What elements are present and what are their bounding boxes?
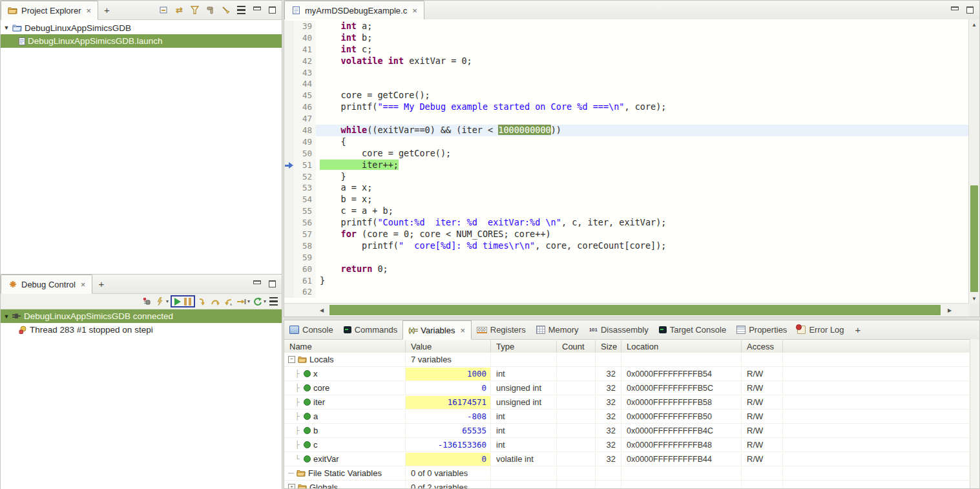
disconnect-icon[interactable] bbox=[141, 297, 152, 307]
maximize-icon[interactable] bbox=[267, 279, 278, 289]
step-mode-dropdown-icon[interactable]: ▾ bbox=[247, 298, 250, 304]
tree-item-connection[interactable]: ▼ DebugLinuxAppSimicsGDB connected bbox=[1, 309, 282, 323]
link-with-editor-icon[interactable]: ⇄ bbox=[174, 5, 185, 16]
refresh-dropdown-icon[interactable]: ▾ bbox=[264, 298, 266, 304]
code-line[interactable]: 52 } bbox=[284, 171, 969, 183]
column-header-name[interactable]: Name bbox=[284, 340, 406, 353]
variables-scrollbar-track[interactable] bbox=[970, 339, 979, 488]
variable-row-globals[interactable]: +Globals0 of 2 variables bbox=[284, 481, 970, 488]
close-icon[interactable]: × bbox=[412, 6, 418, 16]
tree-item-thread[interactable]: Thread 283 #1 stopped on stepi bbox=[1, 323, 282, 336]
code-line[interactable]: 62 bbox=[284, 286, 969, 298]
code-line[interactable]: 58 printf(" core[%d]: %d times\r\n", cor… bbox=[284, 240, 969, 252]
column-header-location[interactable]: Location bbox=[621, 340, 742, 353]
tree-item-launch-selected[interactable]: DebugLinuxAppSimicsGDB.launch bbox=[1, 34, 282, 48]
continue-button[interactable] bbox=[174, 298, 181, 306]
step-into-icon[interactable] bbox=[197, 297, 208, 307]
flash-device-icon[interactable] bbox=[154, 297, 165, 307]
code-line[interactable]: 54 b = x; bbox=[284, 194, 969, 205]
close-icon[interactable]: × bbox=[80, 280, 87, 289]
collapse-arrow-icon[interactable]: ▼ bbox=[3, 313, 10, 320]
code-line[interactable]: 59 bbox=[284, 252, 969, 264]
clean-broom-icon[interactable] bbox=[220, 5, 231, 16]
tab-properties[interactable]: Properties bbox=[731, 320, 792, 339]
code-area[interactable]: 39 int a;40 int b;41 int c;42 volatile i… bbox=[284, 19, 969, 304]
build-hammer-icon[interactable] bbox=[205, 5, 216, 16]
view-menu-icon[interactable] bbox=[268, 297, 279, 307]
new-view-button[interactable]: + bbox=[92, 275, 110, 293]
code-line[interactable]: 42 volatile int exitVar = 0; bbox=[284, 56, 969, 67]
code-line[interactable]: 39 int a; bbox=[284, 21, 969, 32]
maximize-icon[interactable] bbox=[964, 5, 975, 16]
scroll-left-icon[interactable]: ◀ bbox=[317, 304, 327, 317]
tab-console[interactable]: Console bbox=[284, 320, 339, 339]
refresh-icon[interactable] bbox=[252, 297, 263, 307]
variable-row-locals[interactable]: −Locals7 variables bbox=[284, 353, 970, 367]
collapse-all-icon[interactable] bbox=[158, 5, 169, 16]
editor-vertical-scrollbar[interactable]: ▲ ▼ bbox=[968, 19, 979, 304]
collapse-icon[interactable]: − bbox=[288, 356, 295, 363]
tab-registers[interactable]: 010Registers bbox=[472, 320, 531, 339]
variable-row-exitvar[interactable]: └exitVar0volatile int320x0000FFFFFFFFFB4… bbox=[284, 452, 970, 466]
code-line[interactable]: 61} bbox=[284, 275, 969, 287]
scrollbar-thumb[interactable] bbox=[329, 305, 941, 315]
view-menu-icon[interactable] bbox=[236, 5, 247, 16]
variable-row-iter[interactable]: ├iter16174571unsigned int320x0000FFFFFFF… bbox=[284, 395, 970, 410]
code-line[interactable]: 60 return 0; bbox=[284, 264, 969, 275]
tab-error-log[interactable]: Error Log bbox=[792, 320, 849, 339]
variable-row-a[interactable]: ├a-808int320x0000FFFFFFFFFB50R/W bbox=[284, 410, 970, 424]
column-header-value[interactable]: Value bbox=[406, 340, 491, 353]
minimize-icon[interactable] bbox=[949, 5, 960, 16]
new-view-button[interactable]: + bbox=[850, 320, 867, 339]
flash-dropdown-icon[interactable]: ▾ bbox=[166, 298, 169, 304]
code-line[interactable]: 48 while((exitVar==0) && (iter < 1000000… bbox=[284, 125, 969, 136]
code-line[interactable]: 56 printf("Count:%d iter: %d exitVar:%d … bbox=[284, 217, 969, 229]
tab-project-explorer[interactable]: Project Explorer × bbox=[1, 1, 98, 20]
interrupt-button[interactable] bbox=[184, 298, 191, 306]
tab-disassembly[interactable]: 101Disassembly bbox=[584, 320, 654, 339]
column-header-type[interactable]: Type bbox=[491, 340, 557, 353]
step-return-icon[interactable]: s bbox=[223, 297, 234, 307]
scrollbar-thumb[interactable] bbox=[970, 185, 978, 292]
collapse-arrow-icon[interactable]: ▼ bbox=[3, 25, 10, 31]
tab-target-console[interactable]: Target Console bbox=[654, 320, 731, 339]
code-line[interactable]: 43 bbox=[284, 67, 969, 79]
close-icon[interactable]: × bbox=[85, 6, 92, 16]
code-line[interactable]: 49 { bbox=[284, 136, 969, 148]
tab-editor-file[interactable]: myArmDSDebugExample.c × bbox=[284, 1, 424, 20]
maximize-icon[interactable] bbox=[267, 5, 278, 16]
tab-memory[interactable]: Memory bbox=[531, 320, 584, 339]
expand-icon[interactable]: + bbox=[288, 484, 295, 488]
code-line[interactable]: 47 bbox=[284, 113, 969, 125]
minimize-icon[interactable] bbox=[251, 5, 262, 16]
tab-variables[interactable]: (x)=Variables× bbox=[402, 320, 472, 340]
code-line[interactable]: 55 c = a + b; bbox=[284, 205, 969, 217]
tree-item-project[interactable]: ▼ DebugLinuxAppSimicsGDB bbox=[1, 20, 282, 34]
tab-commands[interactable]: Commands bbox=[339, 320, 402, 339]
minimize-icon[interactable] bbox=[251, 279, 262, 289]
filter-icon[interactable] bbox=[189, 5, 200, 16]
column-header-access[interactable]: Access bbox=[742, 340, 783, 353]
editor-horizontal-scrollbar[interactable]: ◀ ▶ bbox=[284, 303, 969, 317]
code-line[interactable]: 50 core = getCore(); bbox=[284, 148, 969, 160]
step-over-icon[interactable] bbox=[210, 297, 221, 307]
code-line[interactable]: 57 for (core = 0; core < NUM_CORES; core… bbox=[284, 229, 969, 240]
column-header-count[interactable]: Count bbox=[557, 340, 596, 353]
tab-debug-control[interactable]: Debug Control × bbox=[1, 275, 92, 294]
scroll-right-icon[interactable]: ▶ bbox=[944, 304, 955, 317]
variable-row-core[interactable]: ├core0unsigned int320x0000FFFFFFFFFB5CR/… bbox=[284, 381, 970, 395]
step-mode-icon[interactable] bbox=[236, 297, 247, 307]
code-line[interactable]: 40 int b; bbox=[284, 32, 969, 44]
code-line[interactable]: 41 int c; bbox=[284, 44, 969, 56]
column-header-size[interactable]: Size bbox=[596, 340, 621, 353]
scroll-up-icon[interactable]: ▲ bbox=[969, 19, 979, 30]
variable-row-file-static-variables[interactable]: File Static Variables0 of 0 variables bbox=[284, 466, 970, 481]
close-icon[interactable]: × bbox=[459, 326, 466, 335]
code-line[interactable]: 44 bbox=[284, 78, 969, 90]
code-line[interactable]: 53 a = x; bbox=[284, 182, 969, 194]
variable-row-c[interactable]: ├c-136153360int320x0000FFFFFFFFFB48R/W bbox=[284, 438, 970, 452]
code-line[interactable]: 46 printf("=== My Debug example started … bbox=[284, 101, 969, 113]
scroll-down-icon[interactable]: ▼ bbox=[969, 293, 979, 304]
code-line[interactable]: 45 core = getCore(); bbox=[284, 90, 969, 101]
new-view-button[interactable]: + bbox=[98, 1, 116, 19]
